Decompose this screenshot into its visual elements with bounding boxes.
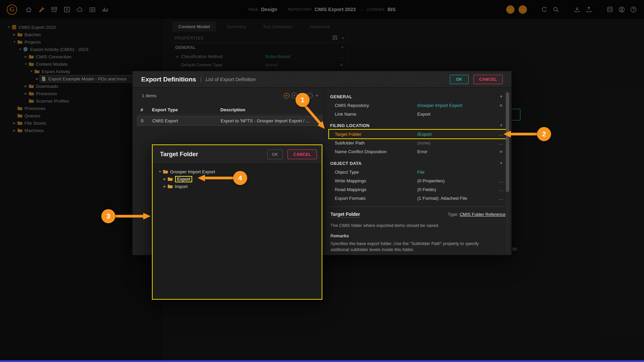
cell-num: 0 (141, 118, 152, 123)
expander-icon[interactable]: ▼ (157, 170, 163, 173)
property-label: CMIS Repository (335, 103, 417, 108)
cancel-button[interactable]: CANCEL (473, 75, 503, 84)
ellipsis-button[interactable]: … (495, 178, 507, 183)
chevron-down-icon: ▼ (500, 124, 503, 127)
property-value: /Export (417, 132, 495, 137)
property-row-cmis-repository[interactable]: CMIS Repository Grooper Import Export ≡ (329, 101, 507, 110)
dialog-title: Target Folder (160, 151, 198, 158)
property-value: (0 Fields) (417, 187, 495, 192)
annotation-badge-4: 4 (233, 171, 247, 185)
ellipsis-button[interactable]: … (495, 140, 507, 145)
property-label: Name Conflict Disposition (335, 149, 417, 154)
dialog-title: Export Definitions (141, 76, 196, 83)
scrollbar-thumb[interactable] (506, 92, 509, 192)
ok-button[interactable]: OK (450, 75, 469, 84)
property-row-write-mappings[interactable]: Write Mappings (0 Properties) … (329, 176, 507, 185)
expander-icon[interactable]: ▶ (162, 177, 167, 181)
add-item-icon[interactable]: + (284, 93, 289, 99)
cell-type: CMIS Export (152, 118, 221, 123)
dialog-titlebar: Export Definitions | List of Export Defi… (132, 71, 512, 88)
property-row-object-type[interactable]: Object Type File (329, 168, 507, 176)
property-label: Target Folder (335, 132, 417, 137)
property-value: Grooper Import Export (417, 103, 495, 108)
remarks-text: Specifies the base export folder. Use th… (330, 241, 494, 253)
dialog-titlebar: Target Folder OK CANCEL (153, 145, 322, 164)
property-row-link-name[interactable]: Link Name Export (329, 110, 507, 118)
title-divider: | (200, 76, 202, 83)
section-general[interactable]: GENERAL ▼ (325, 92, 512, 101)
annotation-badge-1: 1 (296, 93, 310, 107)
remarks-title: Remarks (330, 233, 505, 238)
annotation-badge-2: 2 (537, 127, 551, 141)
property-row-name-conflict[interactable]: Name Conflict Disposition Error ≡ (329, 147, 507, 156)
help-description: The CMIS folder where exported items sho… (330, 223, 505, 228)
section-header-label: OBJECT DATA (330, 161, 362, 166)
expander-icon[interactable]: ▶ (162, 185, 167, 188)
table-row[interactable]: 0 CMIS Export Export to 'NFTS - Grooper … (137, 116, 322, 126)
property-value: File (417, 170, 495, 175)
property-label: Write Mappings (335, 178, 417, 183)
property-value: (0 Properties) (417, 178, 495, 183)
property-help-panel: Target Folder Type: CMIS Folder Referenc… (329, 206, 507, 253)
menu-button[interactable]: ≡ (495, 103, 507, 108)
property-value: Error (417, 149, 495, 154)
property-label: Read Mappings (335, 187, 417, 192)
menu-button[interactable]: ≡ (495, 149, 507, 154)
property-row-export-formats[interactable]: Export Formats (1 Format): Attached File… (329, 194, 507, 202)
app-window: G PAGE Design · REPOSITORY CMIS Export 2… (0, 0, 644, 362)
section-filing-location[interactable]: FILING LOCATION ▼ (325, 121, 512, 130)
folder-icon (167, 176, 173, 182)
ellipsis-button[interactable]: … (495, 196, 507, 201)
help-type-label: Type: (448, 212, 459, 217)
table-header: # Export Type Description (132, 105, 322, 115)
property-label: Link Name (335, 112, 417, 117)
column-header-type: Export Type (152, 107, 220, 112)
folder-label: Grooper Import Export (170, 169, 215, 174)
properties-scrollbar[interactable] (506, 92, 509, 253)
section-header-label: GENERAL (330, 94, 352, 99)
cell-description: Export to 'NFTS - Grooper Import Export … (221, 118, 322, 123)
ok-button[interactable]: OK (267, 149, 283, 159)
target-folder-dialog: Target Folder OK CANCEL ▼ Grooper Import… (152, 144, 322, 300)
folder-icon (167, 184, 173, 189)
dialog-subtitle: List of Export Definition (206, 77, 256, 82)
property-label: Subfolder Path (335, 140, 417, 145)
column-header-description: Description (220, 107, 322, 112)
section-header-label: FILING LOCATION (330, 123, 370, 128)
property-label: Export Formats (335, 196, 417, 201)
ellipsis-button[interactable]: … (495, 132, 507, 137)
annotation-badge-3: 3 (101, 209, 115, 223)
bottom-edge-strip (0, 360, 644, 362)
chevron-down-icon[interactable]: ▼ (316, 94, 318, 97)
property-label: Object Type (335, 170, 417, 175)
ellipsis-button[interactable]: … (495, 187, 507, 192)
chevron-down-icon: ▼ (500, 162, 503, 165)
property-value: (none) (417, 140, 495, 145)
items-count: 1 items (142, 93, 157, 98)
property-row-read-mappings[interactable]: Read Mappings (0 Fields) … (329, 185, 507, 194)
section-object-data[interactable]: OBJECT DATA ▼ (325, 159, 512, 168)
help-type-link[interactable]: CMIS Folder Reference (460, 212, 505, 217)
property-value: Export (417, 112, 495, 117)
property-row-subfolder-path[interactable]: Subfolder Path (none) … (329, 138, 507, 147)
property-value: (1 Format): Attached File (417, 196, 495, 201)
chevron-down-icon: ▼ (500, 95, 503, 98)
property-row-target-folder[interactable]: Target Folder /Export … (329, 130, 507, 138)
folder-label-highlighted: Export (175, 176, 192, 182)
cancel-button[interactable]: CANCEL (287, 149, 317, 159)
help-property-name: Target Folder (330, 212, 360, 218)
folder-icon (163, 169, 168, 174)
export-definition-properties: GENERAL ▼ CMIS Repository Grooper Import… (325, 88, 512, 255)
column-header-num: # (141, 107, 152, 112)
folder-label: Import (175, 184, 187, 189)
